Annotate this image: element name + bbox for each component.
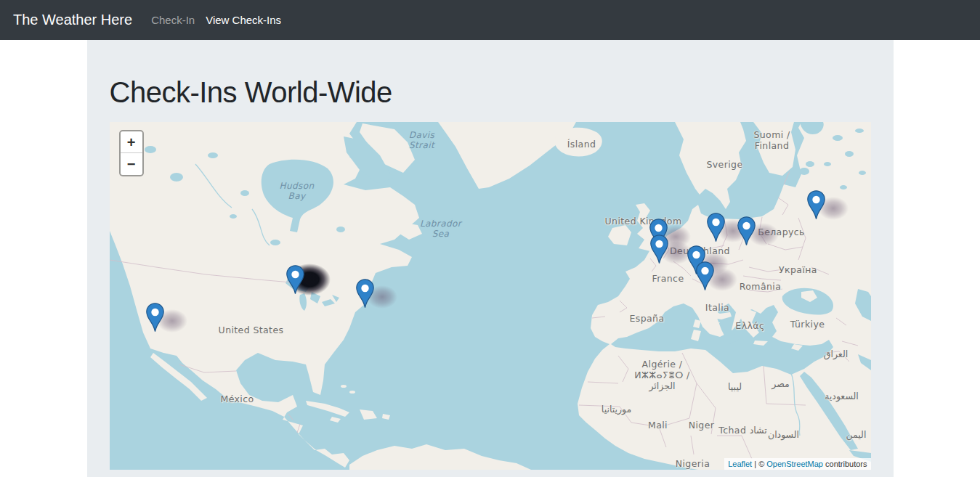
map-marker-icon[interactable] bbox=[146, 303, 164, 333]
navbar: The Weather Here Check-InView Check-Ins bbox=[0, 0, 980, 40]
map-marker-icon[interactable] bbox=[696, 261, 714, 291]
map-marker-icon[interactable] bbox=[286, 265, 304, 295]
map-marker-icon[interactable] bbox=[707, 213, 725, 242]
map[interactable]: Davis StraitHudson BayLabrador SeaÍsland… bbox=[110, 122, 871, 470]
zoom-out-button[interactable]: − bbox=[121, 153, 142, 175]
zoom-control: + − bbox=[119, 130, 144, 176]
map-marker-icon[interactable] bbox=[737, 216, 756, 246]
map-marker-icon[interactable] bbox=[356, 279, 374, 309]
main-container: Check-Ins World-Wide bbox=[87, 40, 894, 477]
nav-links: Check-InView Check-Ins bbox=[151, 14, 292, 27]
attribution-divider: | © bbox=[752, 460, 766, 468]
map-attribution: Leaflet | © OpenStreetMap contributors bbox=[724, 458, 870, 470]
map-marker-icon[interactable] bbox=[650, 235, 668, 264]
map-marker-icon[interactable] bbox=[807, 190, 825, 220]
nav-link-check-in[interactable]: Check-In bbox=[151, 11, 195, 29]
openstreetmap-link[interactable]: OpenStreetMap bbox=[766, 460, 823, 468]
attribution-contributors: contributors bbox=[823, 460, 867, 468]
navbar-brand[interactable]: The Weather Here bbox=[13, 12, 132, 28]
map-tiles bbox=[110, 122, 871, 470]
page-title: Check-Ins World-Wide bbox=[110, 75, 871, 110]
nav-link-view-check-ins[interactable]: View Check-Ins bbox=[206, 11, 281, 29]
zoom-in-button[interactable]: + bbox=[121, 131, 142, 153]
leaflet-link[interactable]: Leaflet bbox=[728, 460, 752, 468]
